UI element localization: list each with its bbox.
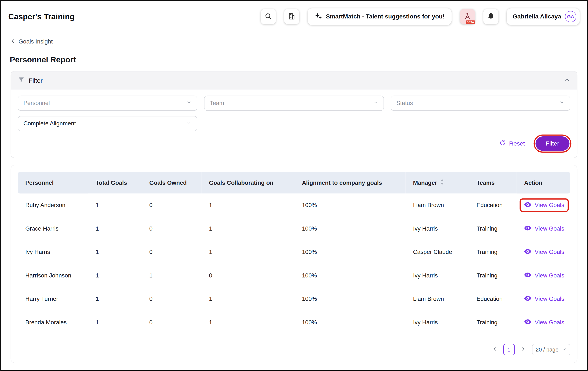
cell-goals-owned: 0	[142, 310, 201, 334]
cell-goals-collaborating: 1	[201, 240, 294, 264]
view-goals-link[interactable]: View Goals	[524, 225, 564, 232]
smartmatch-label: SmartMatch - Talent suggestions for you!	[326, 13, 445, 20]
col-personnel: Personnel	[18, 172, 88, 194]
view-goals-link[interactable]: View Goals	[524, 272, 564, 279]
team-select-placeholder: Team	[210, 100, 224, 106]
cell-manager: Ivy Harris	[406, 310, 469, 334]
cell-alignment: 100%	[294, 264, 406, 287]
view-goals-label: View Goals	[535, 202, 564, 209]
collapse-toggle[interactable]	[563, 76, 570, 85]
topbar-actions: SmartMatch - Talent suggestions for you!…	[261, 8, 580, 25]
bell-icon	[487, 12, 495, 21]
cell-alignment: 100%	[294, 193, 406, 217]
filter-panel-header[interactable]: Filter	[11, 72, 577, 90]
table-row: Grace Harris 1 0 1 100% Ivy Harris Train…	[18, 217, 570, 240]
cell-goals-collaborating: 1	[201, 193, 294, 217]
labs-button[interactable]: BETA	[460, 9, 475, 24]
smartmatch-button[interactable]: SmartMatch - Talent suggestions for you!	[308, 8, 452, 25]
personnel-select[interactable]: Personnel	[18, 96, 198, 111]
filter-submit-button[interactable]: Filter	[536, 136, 569, 151]
prev-page-button[interactable]	[491, 346, 498, 353]
alignment-select-value: Complete Alignment	[23, 120, 76, 127]
cell-goals-collaborating: 1	[201, 217, 294, 240]
app-title: Casper's Training	[8, 12, 74, 21]
cell-manager: Ivy Harris	[406, 264, 469, 287]
chevron-down-icon	[559, 100, 565, 106]
breadcrumb-back[interactable]: Goals Insight	[10, 38, 52, 45]
filter-panel-title: Filter	[29, 77, 42, 84]
user-menu-button[interactable]: Gabriella Alicaya GA	[506, 8, 579, 25]
table-row: Harry Turner 1 0 1 100% Liam Brown Educa…	[18, 287, 570, 310]
cell-manager: Liam Brown	[406, 287, 469, 310]
personnel-select-placeholder: Personnel	[23, 100, 50, 106]
view-goals-label: View Goals	[535, 272, 564, 279]
status-select-placeholder: Status	[396, 100, 413, 106]
next-page-button[interactable]	[520, 346, 526, 353]
col-alignment: Alignment to company goals	[294, 172, 406, 194]
view-goals-link[interactable]: View Goals	[524, 249, 564, 255]
view-goals-label: View Goals	[535, 249, 564, 255]
reset-button[interactable]: Reset	[499, 139, 525, 148]
search-button[interactable]	[261, 9, 276, 24]
filter-panel-body: Personnel Team Status	[11, 90, 577, 158]
chevron-right-icon	[521, 346, 526, 353]
chevron-down-icon	[187, 100, 192, 106]
notifications-button[interactable]	[483, 9, 498, 24]
sparkles-icon	[315, 12, 322, 21]
filter-panel: Filter Personnel Team	[10, 71, 578, 158]
eye-icon	[524, 272, 531, 279]
page-size-select[interactable]: 20 / page	[532, 344, 570, 355]
eye-icon	[524, 319, 531, 326]
col-action: Action	[516, 172, 570, 194]
view-goals-link[interactable]: View Goals	[524, 296, 564, 302]
cell-total-goals: 1	[88, 310, 142, 334]
cell-manager: Casper Claude	[406, 240, 469, 264]
cell-alignment: 100%	[294, 217, 406, 240]
view-goals-label: View Goals	[535, 225, 564, 232]
team-select[interactable]: Team	[204, 96, 384, 111]
company-button[interactable]	[284, 9, 299, 24]
building-icon	[288, 12, 296, 21]
cell-goals-collaborating: 1	[201, 310, 294, 334]
table-row: Brenda Morales 1 0 1 100% Ivy Harris Tra…	[18, 310, 570, 334]
cell-personnel: Ruby Anderson	[18, 193, 88, 217]
eye-icon	[524, 225, 531, 232]
cell-alignment: 100%	[294, 310, 406, 334]
breadcrumb-label: Goals Insight	[19, 38, 52, 45]
app-window: Casper's Training SmartMatch - Talent su…	[0, 0, 588, 371]
chevron-down-icon	[187, 120, 192, 127]
page-number-button[interactable]: 1	[503, 344, 514, 355]
cell-manager: Liam Brown	[406, 193, 469, 217]
avatar: GA	[565, 11, 576, 22]
cell-alignment: 100%	[294, 240, 406, 264]
col-manager-sortable[interactable]: Manager	[406, 172, 469, 194]
topbar: Casper's Training SmartMatch - Talent su…	[1, 1, 587, 33]
col-goals-owned: Goals Owned	[142, 172, 201, 194]
cell-teams: Education	[469, 287, 516, 310]
personnel-report-card: Personnel Total Goals Goals Owned Goals …	[10, 165, 578, 363]
cell-goals-owned: 0	[142, 240, 201, 264]
view-goals-label: View Goals	[535, 319, 564, 326]
chevron-up-icon	[563, 76, 570, 85]
status-select[interactable]: Status	[390, 96, 570, 111]
cell-total-goals: 1	[88, 264, 142, 287]
cell-personnel: Ivy Harris	[18, 240, 88, 264]
view-goals-label: View Goals	[535, 296, 564, 302]
cell-total-goals: 1	[88, 240, 142, 264]
cell-goals-owned: 0	[142, 287, 201, 310]
view-goals-link[interactable]: View Goals	[524, 319, 564, 326]
cell-teams: Education	[469, 193, 516, 217]
col-total-goals: Total Goals	[88, 172, 142, 194]
col-goals-collaborating: Goals Collaborating on	[201, 172, 294, 194]
view-goals-link[interactable]: View Goals	[524, 202, 564, 209]
col-manager-label: Manager	[413, 179, 437, 186]
cell-total-goals: 1	[88, 193, 142, 217]
personnel-table: Personnel Total Goals Goals Owned Goals …	[18, 172, 570, 334]
alignment-select[interactable]: Complete Alignment	[18, 116, 198, 131]
user-name: Gabriella Alicaya	[513, 13, 561, 20]
cell-total-goals: 1	[88, 217, 142, 240]
page-size-value: 20 / page	[536, 347, 558, 353]
cell-goals-owned: 0	[142, 217, 201, 240]
cell-total-goals: 1	[88, 287, 142, 310]
sort-icon[interactable]	[440, 179, 444, 186]
